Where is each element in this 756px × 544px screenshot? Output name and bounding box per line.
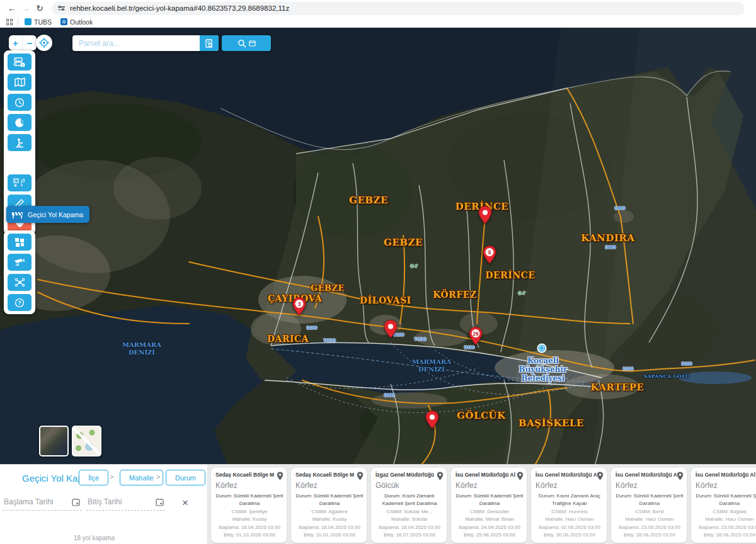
tool-sidebar-secondary: ? xyxy=(4,230,35,314)
window-icon xyxy=(249,40,256,47)
pin-icon: 26 xyxy=(469,327,483,345)
history-tool-button[interactable] xyxy=(8,94,32,111)
filter-ilce-button[interactable]: İlçe xyxy=(79,470,108,485)
start-date-field[interactable]: Başlama Tarihi xyxy=(3,497,81,511)
calendar-icon xyxy=(156,498,164,506)
location-pin-icon xyxy=(517,472,524,480)
map-canvas[interactable]: GEBZEDERİNCEGEBZEKANDIRADERİNCEGEBZEÇAYI… xyxy=(0,28,756,464)
card-detail-line: Başlama: 02.06.2025 03:00 xyxy=(536,524,604,531)
apps-grid-icon[interactable] xyxy=(6,19,13,25)
location-pin-icon xyxy=(277,472,284,480)
night-view-tool-button[interactable] xyxy=(8,114,32,131)
card-detail-line: Başlama: 18.04.2025 03:00 xyxy=(215,524,284,531)
address-bar[interactable]: rehber.kocaeli.bel.tr/gecici-yol-kapama#… xyxy=(52,2,745,15)
active-tool-label: Geçici Yol Kapama xyxy=(28,211,83,218)
parcel-search xyxy=(72,35,219,51)
bookmarks-bar: TUBS O Outlook xyxy=(0,16,756,28)
crosshair-icon xyxy=(39,38,49,48)
back-button[interactable]: ← xyxy=(5,1,19,15)
location-pin-icon xyxy=(357,472,364,480)
location-pin-icon xyxy=(677,472,684,480)
card-detail-line: Bitiş: 25.06.2025 03:00 xyxy=(455,531,524,539)
card-detail-line: Mahalle: Mimar Sinan xyxy=(455,516,524,523)
layer-info-tool-button[interactable]: i xyxy=(8,54,32,71)
filter-durum-button[interactable]: Durum xyxy=(166,470,205,485)
card-district: Körfez xyxy=(295,481,364,490)
card-title: İsu Genel Müdürlüğü Al xyxy=(696,472,756,478)
location-pin-icon xyxy=(437,472,444,480)
zoom-in-button[interactable]: + xyxy=(9,35,23,50)
gecici-yol-kapama-tool-button[interactable]: Geçici Yol Kapama xyxy=(6,206,89,223)
zoom-control: + − xyxy=(9,35,37,50)
locate-me-button[interactable] xyxy=(36,35,52,51)
card-detail-line: Başlama: 16.04.2025 03:00 xyxy=(375,524,444,531)
pin-count: 3 xyxy=(298,301,301,307)
reload-button[interactable]: ↻ xyxy=(33,1,47,15)
closure-card[interactable]: İsu Genel Müdürülüğü AKörfezDurum: Sürek… xyxy=(611,468,687,543)
closure-card[interactable]: İsu Genel Müdürlüğü AlKörfezDurum: Sürek… xyxy=(451,468,527,543)
clear-dates-button[interactable]: × xyxy=(179,496,192,509)
card-detail-line: CSBM: Bağdat xyxy=(696,508,756,516)
bookmark-label: Outlook xyxy=(70,18,93,26)
municipality-marker[interactable] xyxy=(537,344,547,353)
card-detail-line: Mahalle: Hacı Osman xyxy=(696,516,756,523)
road-barrier-icon xyxy=(11,210,24,219)
basemap-street-thumbnail[interactable] xyxy=(72,426,101,456)
closure-card[interactable]: Sedaş Kocaeli Bölge MKörfezDurum: Sürekl… xyxy=(211,468,287,543)
closure-card[interactable]: Sedaş Kocaeli Bölge MKörfezDurum: Sürekl… xyxy=(291,468,367,543)
help-tool-button[interactable]: ? xyxy=(8,294,32,311)
card-district: Körfez xyxy=(696,481,756,490)
bookmark-tubs[interactable]: TUBS xyxy=(22,18,54,26)
card-detail-line: Bitiş: 28.06.2025 03:00 xyxy=(696,531,756,539)
card-district: Körfez xyxy=(616,481,684,490)
forward-button[interactable]: → xyxy=(19,1,33,15)
site-settings-icon[interactable] xyxy=(58,6,65,10)
card-detail-line: CSBM: Hızırreis xyxy=(536,508,604,516)
roadworks-tool-button[interactable] xyxy=(8,134,32,151)
closure-card[interactable]: İzgaz Genel MüdürlüğüGölcükDurum: Kısmi … xyxy=(371,468,447,543)
cctv-camera-icon xyxy=(14,258,25,267)
card-detail-line: Mahalle: Hacı Osman xyxy=(616,516,684,523)
card-detail-line: Bitiş: 30.06.2025 03:00 xyxy=(536,531,604,539)
districts-puzzle-tool-button[interactable] xyxy=(8,234,32,251)
divider xyxy=(18,18,18,26)
closure-pin[interactable] xyxy=(384,320,398,341)
card-detail-line: Mahalle: Hacı Osman xyxy=(536,516,604,523)
crescent-moon-icon xyxy=(14,118,25,128)
card-district: Körfez xyxy=(536,481,604,490)
tubs-favicon xyxy=(25,18,32,25)
clock-icon xyxy=(14,98,25,108)
closure-pin[interactable] xyxy=(425,411,439,431)
card-detail-line: CSBM: Denizciler xyxy=(455,508,524,516)
parcel-search-input[interactable] xyxy=(72,39,200,48)
satellite-map-image xyxy=(0,28,756,464)
parcel-lookup-button[interactable] xyxy=(200,35,219,51)
closure-card[interactable]: İsu Genel Müdürülüğü AKörfezDurum: Kısmi… xyxy=(531,468,607,543)
end-date-field[interactable]: Bitiş Tarihi xyxy=(86,497,165,511)
map-search-button[interactable] xyxy=(222,35,271,51)
card-detail-line: Bitiş: 10.01.2026 03:00 xyxy=(295,531,364,539)
closure-pin[interactable]: 26 xyxy=(469,327,483,348)
card-detail-line: Başlama: 23.05.2025 03:00 xyxy=(696,524,756,531)
closure-pin[interactable]: 5 xyxy=(483,246,496,266)
closure-pin[interactable]: 3 xyxy=(292,297,306,318)
url-text: rehber.kocaeli.bel.tr/gecici-yol-kapama#… xyxy=(70,4,289,12)
help-icon: ? xyxy=(14,298,25,308)
card-title: Sedaş Kocaeli Bölge M xyxy=(215,472,277,478)
zoom-out-button[interactable]: − xyxy=(23,35,37,50)
chevron-right-icon: > xyxy=(110,473,113,480)
card-detail-line: Mahalle: Sofular xyxy=(375,516,444,523)
basemap-satellite-thumbnail[interactable] xyxy=(39,426,69,456)
chevron-right-icon: > xyxy=(156,473,160,480)
bookmark-outlook[interactable]: O Outlook xyxy=(58,18,95,26)
map-layers-tool-button[interactable] xyxy=(8,74,32,91)
card-detail-line: Bitiş: 16.07.2025 03:00 xyxy=(375,531,444,539)
drone-tool-button[interactable] xyxy=(8,274,32,291)
card-title: İsu Genel Müdürlüğü Al xyxy=(455,472,517,478)
closure-card[interactable]: İsu Genel Müdürlüğü AlKörfezDurum: Sürek… xyxy=(691,468,756,543)
end-date-placeholder: Bitiş Tarihi xyxy=(88,497,122,506)
card-detail-line: CSBM: Ağadere xyxy=(295,508,364,516)
cctv-tool-button[interactable] xyxy=(8,254,32,271)
city-services-tool-button[interactable] xyxy=(8,174,32,191)
closure-pin[interactable] xyxy=(478,206,492,227)
